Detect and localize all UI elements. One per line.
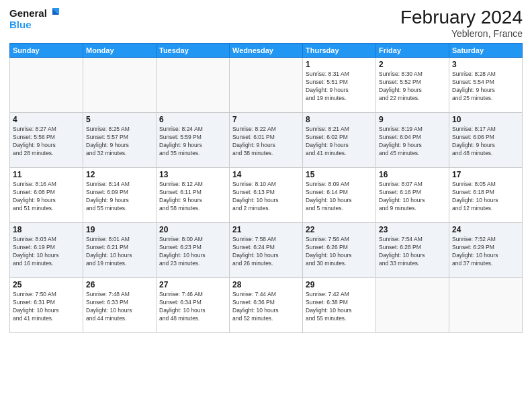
week-row-2: 4Sunrise: 8:27 AMSunset: 5:56 PMDaylight… bbox=[10, 113, 523, 168]
day-cell bbox=[83, 58, 157, 113]
header-thursday: Thursday bbox=[303, 44, 376, 58]
day-cell: 6Sunrise: 8:24 AMSunset: 5:59 PMDaylight… bbox=[157, 113, 230, 168]
day-cell: 5Sunrise: 8:25 AMSunset: 5:57 PMDaylight… bbox=[83, 113, 157, 168]
day-cell: 11Sunrise: 8:16 AMSunset: 6:08 PMDayligh… bbox=[10, 168, 83, 223]
day-number: 23 bbox=[379, 225, 446, 234]
location: Yebleron, France bbox=[400, 28, 523, 39]
day-info: Sunrise: 8:07 AMSunset: 6:16 PMDaylight:… bbox=[379, 181, 446, 213]
day-number: 10 bbox=[452, 115, 519, 124]
day-number: 8 bbox=[306, 115, 373, 124]
week-row-1: 1Sunrise: 8:31 AMSunset: 5:51 PMDaylight… bbox=[10, 58, 523, 113]
day-info: Sunrise: 8:21 AMSunset: 6:02 PMDaylight:… bbox=[306, 126, 373, 158]
week-row-4: 18Sunrise: 8:03 AMSunset: 6:19 PMDayligh… bbox=[10, 223, 523, 278]
day-number: 27 bbox=[159, 280, 226, 289]
day-info: Sunrise: 8:16 AMSunset: 6:08 PMDaylight:… bbox=[13, 181, 80, 213]
day-number: 17 bbox=[452, 170, 519, 179]
day-info: Sunrise: 7:52 AMSunset: 6:29 PMDaylight:… bbox=[452, 236, 519, 268]
day-info: Sunrise: 7:50 AMSunset: 6:31 PMDaylight:… bbox=[13, 291, 80, 323]
day-cell: 9Sunrise: 8:19 AMSunset: 6:04 PMDaylight… bbox=[376, 113, 449, 168]
day-number: 5 bbox=[86, 115, 153, 124]
day-number: 21 bbox=[232, 225, 300, 234]
day-number: 24 bbox=[452, 225, 519, 234]
day-cell: 27Sunrise: 7:46 AMSunset: 6:34 PMDayligh… bbox=[157, 278, 230, 333]
day-cell: 8Sunrise: 8:21 AMSunset: 6:02 PMDaylight… bbox=[303, 113, 376, 168]
day-cell: 23Sunrise: 7:54 AMSunset: 6:28 PMDayligh… bbox=[376, 223, 449, 278]
day-cell: 29Sunrise: 7:42 AMSunset: 6:38 PMDayligh… bbox=[303, 278, 376, 333]
week-row-5: 25Sunrise: 7:50 AMSunset: 6:31 PMDayligh… bbox=[10, 278, 523, 333]
day-cell: 7Sunrise: 8:22 AMSunset: 6:01 PMDaylight… bbox=[230, 113, 303, 168]
day-info: Sunrise: 7:54 AMSunset: 6:28 PMDaylight:… bbox=[379, 236, 446, 268]
day-number: 18 bbox=[13, 225, 80, 234]
page: General Blue February 2024 Yebleron, Fra… bbox=[0, 0, 532, 411]
header-tuesday: Tuesday bbox=[157, 44, 230, 58]
day-cell bbox=[10, 58, 83, 113]
day-info: Sunrise: 7:46 AMSunset: 6:34 PMDaylight:… bbox=[159, 291, 226, 323]
logo: General Blue bbox=[9, 7, 60, 30]
day-info: Sunrise: 8:09 AMSunset: 6:14 PMDaylight:… bbox=[306, 181, 373, 213]
day-info: Sunrise: 8:28 AMSunset: 5:54 PMDaylight:… bbox=[452, 71, 519, 103]
day-number: 7 bbox=[232, 115, 300, 124]
day-info: Sunrise: 8:01 AMSunset: 6:21 PMDaylight:… bbox=[86, 236, 153, 268]
logo-arrow-icon bbox=[48, 7, 60, 19]
day-cell bbox=[157, 58, 230, 113]
calendar-header-row: SundayMondayTuesdayWednesdayThursdayFrid… bbox=[10, 44, 523, 58]
header-monday: Monday bbox=[83, 44, 157, 58]
day-cell: 24Sunrise: 7:52 AMSunset: 6:29 PMDayligh… bbox=[449, 223, 523, 278]
day-number: 14 bbox=[232, 170, 300, 179]
day-info: Sunrise: 8:24 AMSunset: 5:59 PMDaylight:… bbox=[159, 126, 226, 158]
day-cell bbox=[376, 278, 449, 333]
logo-blue: Blue bbox=[9, 19, 32, 30]
day-number: 15 bbox=[306, 170, 373, 179]
day-number: 20 bbox=[159, 225, 226, 234]
day-number: 19 bbox=[86, 225, 153, 234]
day-cell bbox=[230, 58, 303, 113]
day-cell: 13Sunrise: 8:12 AMSunset: 6:11 PMDayligh… bbox=[157, 168, 230, 223]
day-info: Sunrise: 7:44 AMSunset: 6:36 PMDaylight:… bbox=[232, 291, 300, 323]
day-cell: 17Sunrise: 8:05 AMSunset: 6:18 PMDayligh… bbox=[449, 168, 523, 223]
day-info: Sunrise: 8:10 AMSunset: 6:13 PMDaylight:… bbox=[232, 181, 300, 213]
day-info: Sunrise: 8:05 AMSunset: 6:18 PMDaylight:… bbox=[452, 181, 519, 213]
day-info: Sunrise: 8:22 AMSunset: 6:01 PMDaylight:… bbox=[232, 126, 300, 158]
day-info: Sunrise: 8:12 AMSunset: 6:11 PMDaylight:… bbox=[159, 181, 226, 213]
day-number: 13 bbox=[159, 170, 226, 179]
title-block: February 2024 Yebleron, France bbox=[400, 7, 523, 39]
day-info: Sunrise: 8:31 AMSunset: 5:51 PMDaylight:… bbox=[306, 71, 373, 103]
day-cell: 12Sunrise: 8:14 AMSunset: 6:09 PMDayligh… bbox=[83, 168, 157, 223]
day-number: 6 bbox=[159, 115, 226, 124]
day-info: Sunrise: 7:56 AMSunset: 6:26 PMDaylight:… bbox=[306, 236, 373, 268]
day-number: 11 bbox=[13, 170, 80, 179]
day-number: 22 bbox=[306, 225, 373, 234]
month-title: February 2024 bbox=[400, 7, 523, 28]
day-info: Sunrise: 8:00 AMSunset: 6:23 PMDaylight:… bbox=[159, 236, 226, 268]
day-number: 29 bbox=[306, 280, 373, 289]
day-info: Sunrise: 8:27 AMSunset: 5:56 PMDaylight:… bbox=[13, 126, 80, 158]
day-number: 12 bbox=[86, 170, 153, 179]
day-info: Sunrise: 8:03 AMSunset: 6:19 PMDaylight:… bbox=[13, 236, 80, 268]
header-wednesday: Wednesday bbox=[230, 44, 303, 58]
day-cell: 4Sunrise: 8:27 AMSunset: 5:56 PMDaylight… bbox=[10, 113, 83, 168]
day-cell: 16Sunrise: 8:07 AMSunset: 6:16 PMDayligh… bbox=[376, 168, 449, 223]
day-cell: 3Sunrise: 8:28 AMSunset: 5:54 PMDaylight… bbox=[449, 58, 523, 113]
day-cell: 18Sunrise: 8:03 AMSunset: 6:19 PMDayligh… bbox=[10, 223, 83, 278]
day-number: 3 bbox=[452, 60, 519, 69]
day-number: 4 bbox=[13, 115, 80, 124]
day-cell: 26Sunrise: 7:48 AMSunset: 6:33 PMDayligh… bbox=[83, 278, 157, 333]
day-cell bbox=[449, 278, 523, 333]
header-sunday: Sunday bbox=[10, 44, 83, 58]
day-info: Sunrise: 7:48 AMSunset: 6:33 PMDaylight:… bbox=[86, 291, 153, 323]
day-number: 26 bbox=[86, 280, 153, 289]
day-info: Sunrise: 8:17 AMSunset: 6:06 PMDaylight:… bbox=[452, 126, 519, 158]
day-cell: 14Sunrise: 8:10 AMSunset: 6:13 PMDayligh… bbox=[230, 168, 303, 223]
day-cell: 25Sunrise: 7:50 AMSunset: 6:31 PMDayligh… bbox=[10, 278, 83, 333]
day-number: 16 bbox=[379, 170, 446, 179]
logo-general: General bbox=[9, 7, 47, 19]
header: General Blue February 2024 Yebleron, Fra… bbox=[9, 7, 523, 39]
day-info: Sunrise: 8:14 AMSunset: 6:09 PMDaylight:… bbox=[86, 181, 153, 213]
day-info: Sunrise: 7:42 AMSunset: 6:38 PMDaylight:… bbox=[306, 291, 373, 323]
day-cell: 20Sunrise: 8:00 AMSunset: 6:23 PMDayligh… bbox=[157, 223, 230, 278]
header-friday: Friday bbox=[376, 44, 449, 58]
day-number: 1 bbox=[306, 60, 373, 69]
day-info: Sunrise: 8:19 AMSunset: 6:04 PMDaylight:… bbox=[379, 126, 446, 158]
day-cell: 2Sunrise: 8:30 AMSunset: 5:52 PMDaylight… bbox=[376, 58, 449, 113]
day-number: 25 bbox=[13, 280, 80, 289]
